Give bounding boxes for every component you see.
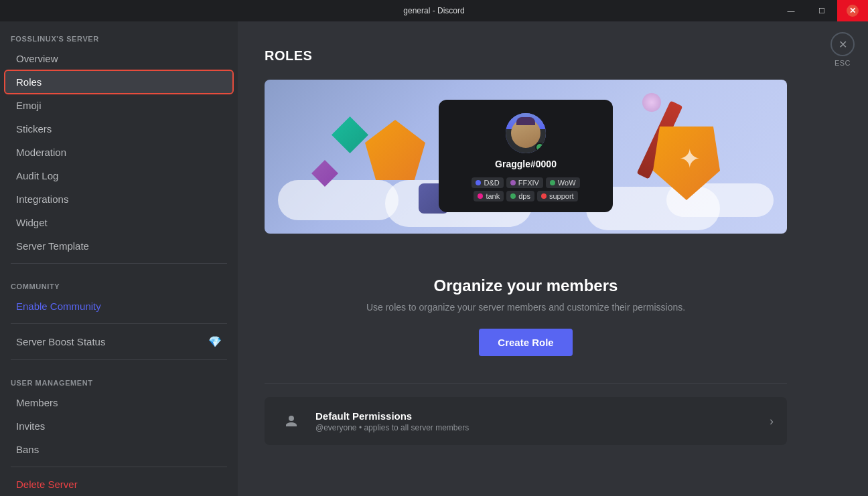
gem-orange-decoration: [365, 120, 425, 180]
organize-title: Organize your members: [265, 276, 787, 295]
role-tag-label: tank: [486, 192, 500, 200]
sidebar-item-label: Audit Log: [16, 170, 58, 181]
role-tag-label: D&D: [484, 179, 499, 187]
sidebar-item-enable-community[interactable]: Enable Community: [5, 295, 232, 317]
sidebar-item-roles[interactable]: Roles: [5, 71, 232, 93]
sidebar-item-server-template[interactable]: Server Template: [5, 235, 232, 257]
divider-3: [11, 359, 227, 360]
boost-icon: 💎: [208, 335, 222, 348]
close-button[interactable]: ✕: [837, 0, 868, 21]
cloud-decoration-1: [278, 180, 399, 220]
gem-teal-decoration: [332, 116, 368, 153]
divider-2: [11, 323, 227, 324]
role-tag-label: support: [549, 192, 574, 200]
sidebar-item-delete-server[interactable]: Delete Server: [5, 473, 232, 495]
sidebar-item-label: Emoji: [16, 100, 42, 111]
sidebar-item-integrations[interactable]: Integrations: [5, 188, 232, 210]
divider-1: [11, 263, 227, 264]
section-divider: [265, 383, 787, 384]
sidebar-item-label: Moderation: [16, 147, 66, 158]
sidebar-item-label: Members: [16, 397, 58, 408]
sidebar-item-server-boost-status[interactable]: Server Boost Status 💎: [5, 330, 232, 353]
window-title: general - Discord: [403, 6, 464, 15]
sidebar-item-members[interactable]: Members: [5, 392, 232, 414]
sidebar: FOSSLINUX'S SERVER Overview Roles Emoji …: [0, 21, 238, 496]
sidebar-item-label: Bans: [16, 444, 39, 455]
wand-top-decoration: [642, 93, 661, 112]
maximize-button[interactable]: ☐: [806, 0, 837, 21]
role-color-dot: [478, 193, 483, 199]
sidebar-item-label: Integrations: [16, 193, 68, 205]
role-color-dot: [510, 180, 516, 185]
role-color-dot: [541, 193, 547, 199]
organize-description: Use roles to organize your server member…: [265, 302, 787, 313]
sidebar-item-invites[interactable]: Invites: [5, 415, 232, 437]
user-management-label: USER MANAGEMENT: [0, 365, 238, 391]
organize-section: Organize your members Use roles to organ…: [265, 255, 787, 383]
close-icon[interactable]: ✕: [830, 32, 855, 56]
sidebar-item-moderation[interactable]: Moderation: [5, 141, 232, 163]
esc-button[interactable]: ✕ ESC: [830, 32, 855, 67]
role-tag-dps: dps: [506, 191, 534, 201]
sidebar-item-label: Overview: [16, 53, 58, 64]
minimize-button[interactable]: —: [776, 0, 806, 21]
sidebar-item-stickers[interactable]: Stickers: [5, 118, 232, 140]
permissions-icon: [278, 408, 305, 434]
role-tag-label: FFXIV: [518, 179, 539, 187]
sidebar-item-label: Server Boost Status: [16, 336, 105, 347]
role-color-dot: [476, 180, 481, 185]
role-tag-ffxiv: FFXIV: [506, 177, 543, 188]
avatar: [506, 113, 546, 153]
esc-label: ESC: [835, 59, 851, 67]
content-inner: ROLES ✦: [238, 21, 814, 472]
roles-hero-image: ✦ Graggle#0000: [265, 80, 787, 234]
sidebar-item-emoji[interactable]: Emoji: [5, 94, 232, 116]
divider-4: [11, 467, 227, 467]
role-tag-label: dps: [518, 192, 530, 200]
sidebar-item-audit-log[interactable]: Audit Log: [5, 165, 232, 187]
sidebar-item-label: Widget: [16, 217, 48, 228]
sidebar-item-widget[interactable]: Widget: [5, 212, 232, 234]
permissions-title: Default Permissions: [315, 410, 770, 422]
default-permissions-item[interactable]: Default Permissions @everyone • applies …: [265, 397, 787, 445]
create-role-button[interactable]: Create Role: [479, 329, 572, 356]
sidebar-item-label: Delete Server: [16, 479, 78, 490]
online-status-indicator: [535, 143, 545, 152]
shield-star-decoration: ✦: [678, 143, 701, 174]
page-title: ROLES: [265, 48, 787, 64]
sidebar-item-label: Invites: [16, 420, 45, 432]
role-color-dot: [510, 193, 516, 199]
role-tag-wow: WoW: [546, 177, 580, 188]
chevron-right-icon: ›: [770, 414, 774, 428]
profile-card: Graggle#0000 D&D FFXIV WoW: [439, 100, 613, 212]
profile-username: Graggle#0000: [459, 159, 593, 169]
sidebar-item-label: Enable Community: [16, 301, 101, 312]
role-color-dot: [550, 180, 555, 185]
role-tags-container: D&D FFXIV WoW tank: [459, 177, 593, 201]
server-section-label: FOSSLINUX'S SERVER: [0, 21, 238, 47]
role-tag-label: WoW: [558, 179, 576, 187]
sidebar-item-label: Stickers: [16, 123, 52, 135]
community-section-label: COMMUNITY: [0, 269, 238, 295]
sidebar-item-bans[interactable]: Bans: [5, 438, 232, 461]
role-tag-tank: tank: [474, 191, 504, 201]
sidebar-item-label: Server Template: [16, 240, 89, 252]
permissions-subtitle: @everyone • applies to all server member…: [315, 423, 770, 432]
app-layout: FOSSLINUX'S SERVER Overview Roles Emoji …: [0, 21, 868, 496]
close-icon[interactable]: ✕: [847, 5, 859, 17]
window-controls: — ☐ ✕: [776, 0, 868, 21]
sidebar-item-overview[interactable]: Overview: [5, 48, 232, 70]
role-tag-support: support: [537, 191, 578, 201]
role-tag-dd: D&D: [472, 177, 503, 188]
sidebar-item-label: Roles: [16, 76, 42, 88]
permissions-info: Default Permissions @everyone • applies …: [315, 410, 770, 432]
title-bar: general - Discord — ☐ ✕: [0, 0, 868, 21]
main-content: ✕ ESC ROLES ✦: [238, 21, 868, 496]
